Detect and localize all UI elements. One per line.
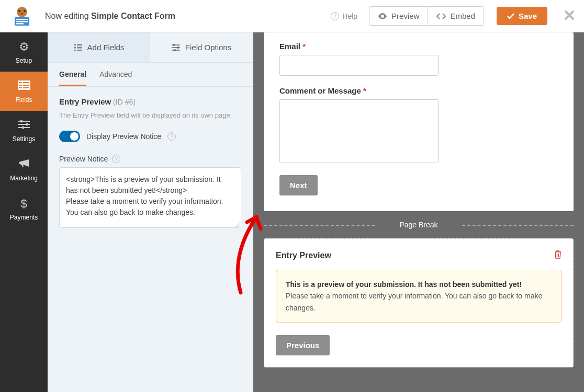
svg-rect-5: [16, 19, 28, 20]
field-options-panel: Add Fields Field Options General Advance…: [48, 32, 253, 392]
svg-point-25: [177, 47, 179, 49]
preview-notice-label: Preview Notice: [59, 155, 108, 163]
preview-button[interactable]: Preview: [369, 6, 428, 26]
toggle-label: Display Preview Notice: [86, 132, 161, 141]
gear-icon: ⚙: [19, 40, 29, 54]
sidebar-item-setup[interactable]: ⚙ Setup: [0, 32, 48, 72]
previous-button[interactable]: Previous: [276, 335, 330, 355]
left-sidebar: ⚙ Setup Fields Settings Marketing $ Paym…: [0, 32, 48, 392]
subtab-advanced[interactable]: Advanced: [99, 70, 132, 86]
entry-preview-field[interactable]: Entry Preview This is a preview of your …: [264, 238, 574, 367]
entry-preview-title: Entry Preview: [276, 251, 331, 260]
svg-rect-12: [23, 82, 29, 83]
svg-rect-14: [23, 87, 29, 88]
svg-rect-19: [77, 44, 82, 45]
field-header: Entry Preview (ID #6): [59, 97, 241, 106]
comment-textarea[interactable]: [279, 99, 439, 163]
dollar-icon: $: [20, 197, 27, 211]
sliders-icon: [18, 119, 30, 132]
help-icon: ?: [331, 12, 339, 20]
field-help-text: The Entry Preview field will be displaye…: [59, 111, 241, 119]
save-button[interactable]: Save: [497, 7, 547, 25]
svg-rect-11: [19, 87, 22, 88]
email-input[interactable]: [279, 55, 439, 76]
svg-point-15: [20, 120, 23, 122]
subtab-general[interactable]: General: [59, 70, 86, 86]
svg-rect-7: [16, 23, 24, 25]
tab-add-fields[interactable]: Add Fields: [48, 32, 150, 62]
eye-icon: [378, 13, 387, 19]
sidebar-item-marketing[interactable]: Marketing: [0, 150, 48, 189]
preview-notice-textarea[interactable]: [59, 167, 241, 228]
sliders-icon: [172, 44, 180, 51]
next-button[interactable]: Next: [279, 175, 318, 195]
svg-point-26: [174, 49, 176, 51]
sidebar-item-settings[interactable]: Settings: [0, 111, 48, 150]
sidebar-item-fields[interactable]: Fields: [0, 72, 48, 111]
megaphone-icon: [18, 158, 30, 171]
svg-rect-10: [19, 85, 22, 86]
tab-field-options[interactable]: Field Options: [150, 32, 253, 62]
page-break-divider: Page Break: [264, 211, 574, 238]
svg-rect-13: [23, 85, 29, 86]
help-link[interactable]: ? Help: [331, 12, 357, 20]
check-icon: [507, 13, 514, 19]
email-label: Email *: [279, 42, 558, 51]
help-icon[interactable]: ?: [167, 132, 176, 141]
page-title: Now editing Simple Contact Form: [45, 11, 324, 21]
list-icon: [74, 44, 82, 51]
close-button[interactable]: [564, 10, 575, 22]
svg-rect-6: [16, 21, 28, 22]
help-icon[interactable]: ?: [112, 155, 120, 163]
close-icon: [564, 10, 575, 20]
delete-field-button[interactable]: [554, 250, 561, 260]
embed-button[interactable]: Embed: [428, 6, 484, 26]
preview-notice-box: This is a preview of your submission. It…: [276, 270, 561, 322]
svg-rect-20: [74, 47, 76, 48]
comment-label: Comment or Message *: [279, 86, 558, 95]
svg-rect-9: [19, 82, 22, 83]
app-logo: [9, 4, 35, 29]
form-page-1: Email * Comment or Message * Next: [264, 32, 574, 211]
svg-rect-21: [77, 47, 82, 48]
svg-point-0: [17, 7, 27, 17]
svg-point-2: [24, 10, 26, 12]
sidebar-item-payments[interactable]: $ Payments: [0, 189, 48, 228]
code-icon: [436, 13, 446, 19]
form-preview-area[interactable]: Email * Comment or Message * Next Page B…: [253, 32, 584, 392]
display-preview-toggle[interactable]: [59, 131, 80, 142]
svg-rect-22: [74, 50, 76, 51]
svg-point-17: [21, 126, 24, 129]
svg-rect-23: [77, 50, 82, 51]
top-bar: Now editing Simple Contact Form ? Help P…: [0, 0, 584, 32]
svg-point-24: [173, 44, 175, 46]
svg-rect-18: [74, 44, 76, 45]
svg-point-1: [18, 10, 20, 12]
grid-icon: [18, 79, 30, 93]
svg-point-3: [20, 13, 24, 15]
trash-icon: [554, 250, 561, 259]
svg-point-16: [25, 123, 28, 125]
